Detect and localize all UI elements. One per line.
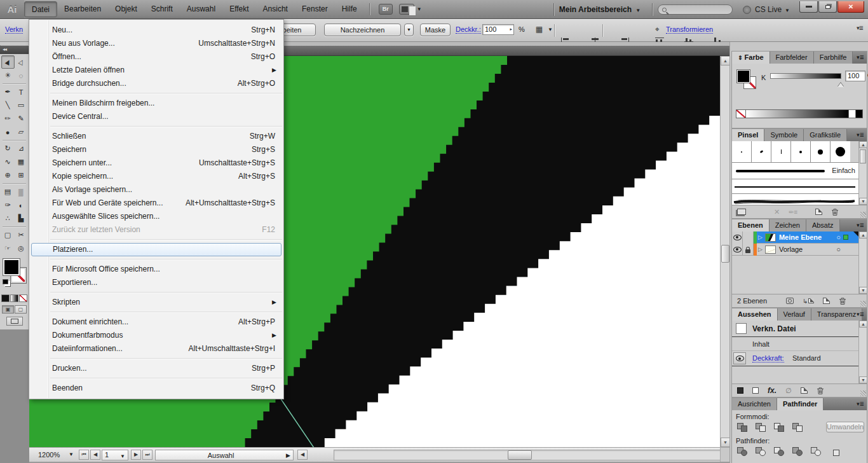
- menu-item-kopie-speichern[interactable]: Kopie speichern...Alt+Strg+S: [31, 170, 281, 183]
- clear-appearance-icon[interactable]: ∅: [785, 387, 792, 395]
- scroll-down-button[interactable]: ▼: [859, 198, 867, 205]
- contents-row[interactable]: Inhalt: [732, 337, 867, 351]
- panel-menu-icon[interactable]: ▾≣: [857, 222, 864, 228]
- blend-tool[interactable]: ◐: [15, 198, 28, 212]
- panel-menu-icon[interactable]: ▾≣: [857, 54, 864, 60]
- new-brush-icon[interactable]: [815, 209, 822, 215]
- layer-row[interactable]: ▷ Vorlage ○: [732, 244, 858, 256]
- k-slider[interactable]: [770, 73, 841, 79]
- minimize-button[interactable]: [799, 1, 818, 13]
- pen-tool[interactable]: ✒: [1, 85, 15, 99]
- tab-verlauf[interactable]: Verlauf: [778, 308, 811, 321]
- menu-item-dokument-einrichten[interactable]: Dokument einrichten...Alt+Strg+P: [31, 315, 281, 329]
- horizontal-scroll-thumb[interactable]: [508, 450, 532, 460]
- opacity-link[interactable]: Deckkraft:: [752, 354, 784, 363]
- opacity-row[interactable]: Deckkraft: Standard: [732, 351, 867, 366]
- next-page-button[interactable]: ▶: [131, 450, 141, 460]
- menu-item-ausgewählte-slices-speichern[interactable]: Ausgewählte Slices speichern...: [31, 210, 281, 223]
- visibility-toggle[interactable]: [732, 244, 743, 256]
- reference-point-icon[interactable]: ▦: [534, 25, 545, 34]
- close-button[interactable]: ✕: [837, 1, 864, 13]
- pencil-tool[interactable]: ✎: [15, 112, 28, 125]
- menu-item-neu[interactable]: Neu...Strg+N: [31, 24, 281, 37]
- opacity-link[interactable]: Deckkr.:: [456, 25, 481, 34]
- direct-selection-tool[interactable]: ▷: [15, 55, 28, 69]
- tab-ebenen[interactable]: Ebenen: [732, 219, 770, 232]
- panel-menu-icon[interactable]: ▾≣: [857, 401, 864, 407]
- layer-name[interactable]: Meine Ebene: [779, 233, 822, 241]
- brushes-scrollbar[interactable]: ▲ ▼: [858, 141, 867, 205]
- chevron-down-icon[interactable]: ▼: [635, 8, 641, 13]
- appearance-scrollbar[interactable]: ▲ ▼: [858, 321, 867, 384]
- chevron-down-icon[interactable]: ▼: [120, 453, 125, 459]
- draw-behind-button[interactable]: ▢: [15, 305, 27, 314]
- scroll-left-button[interactable]: ◀: [297, 450, 308, 460]
- layer-row-selected[interactable]: ▷ Meine Ebene ○: [732, 232, 858, 244]
- remove-brush-stroke-icon[interactable]: ✕: [774, 208, 780, 216]
- expand-button[interactable]: Umwandeln: [826, 422, 864, 432]
- tab-absatz[interactable]: Absatz: [806, 219, 840, 232]
- menu-item-drucken[interactable]: Drucken...Strg+P: [31, 362, 281, 375]
- panel-menu-icon[interactable]: ▾≣: [857, 132, 864, 138]
- stroke-options-icon[interactable]: ✏≡: [789, 209, 797, 216]
- resize-grip[interactable]: [860, 212, 866, 218]
- menu-item-für-web-und-geräte-speichern[interactable]: Für Web und Geräte speichern...Alt+Umsch…: [31, 197, 281, 210]
- arrange-documents-button[interactable]: [399, 4, 414, 15]
- tab-farbhilfe[interactable]: Farbhilfe: [814, 52, 853, 64]
- vertical-scrollbar[interactable]: ▲ ▼: [720, 56, 729, 447]
- first-page-button[interactable]: ⏮: [79, 450, 89, 460]
- lock-toggle[interactable]: [743, 232, 754, 244]
- artboard-tool[interactable]: ▢: [1, 228, 15, 242]
- resize-grip[interactable]: [860, 301, 866, 307]
- rectangle-tool[interactable]: ▭: [15, 99, 28, 112]
- menu-item-meinen-bildschirm-freigeben[interactable]: Meinen Bildschirm freigeben...: [31, 97, 281, 110]
- chevron-down-icon[interactable]: ▼: [417, 6, 422, 18]
- tab-aussehen[interactable]: Aussehen: [732, 308, 778, 321]
- minus-back-button[interactable]: [829, 447, 840, 456]
- bridge-button[interactable]: Br: [379, 4, 393, 15]
- blob-brush-tool[interactable]: ●: [1, 125, 15, 139]
- menubar-item-bearbeiten[interactable]: Bearbeiten: [57, 0, 108, 18]
- divide-button[interactable]: [737, 447, 748, 456]
- shape-builder-tool[interactable]: ⊕: [1, 169, 15, 182]
- hand-tool[interactable]: ☞: [1, 242, 15, 255]
- grayscale-ramp[interactable]: [746, 109, 849, 118]
- cslive-menu[interactable]: CS Live: [755, 5, 782, 14]
- page-number-box[interactable]: 1 ▼: [102, 450, 128, 460]
- menu-item-skripten[interactable]: Skripten▶: [31, 296, 281, 309]
- lock-toggle[interactable]: [743, 244, 754, 256]
- menu-item-speichern[interactable]: SpeichernStrg+S: [31, 143, 281, 156]
- layer-name[interactable]: Vorlage: [779, 245, 803, 253]
- brush-libraries-icon[interactable]: [737, 209, 746, 215]
- last-page-button[interactable]: ⏭: [142, 450, 153, 460]
- menubar-item-datei[interactable]: Datei: [24, 1, 57, 17]
- paintbrush-tool[interactable]: ✏: [1, 112, 15, 125]
- tab-grafikstile[interactable]: Grafikstile: [804, 129, 847, 141]
- zoom-level[interactable]: 1200%: [38, 451, 60, 459]
- white-swatch[interactable]: [849, 109, 856, 118]
- mask-button[interactable]: Maske: [420, 24, 451, 36]
- layers-scrollbar[interactable]: ▲ ▼: [858, 232, 867, 294]
- none-swatch[interactable]: [736, 109, 746, 118]
- tab-zeichen[interactable]: Zeichen: [770, 219, 806, 232]
- disclosure-triangle[interactable]: ▷: [758, 246, 763, 252]
- rotate-tool[interactable]: ↻: [1, 142, 15, 155]
- gradient-button[interactable]: [10, 294, 18, 302]
- new-sublayer-icon[interactable]: ↳: [803, 298, 813, 305]
- crop-button[interactable]: [792, 447, 803, 456]
- live-trace-button[interactable]: Nachzeichnen: [324, 24, 401, 36]
- free-transform-tool[interactable]: ▦: [15, 155, 28, 169]
- fill-swatch[interactable]: [3, 259, 20, 275]
- menu-item-beenden[interactable]: BeendenStrg+Q: [31, 382, 281, 395]
- gradient-tool[interactable]: ▒: [15, 185, 28, 198]
- slice-tool[interactable]: ✂: [15, 228, 28, 242]
- delete-brush-icon[interactable]: [831, 208, 839, 216]
- scroll-up-button[interactable]: ▲: [859, 141, 867, 148]
- transform-link[interactable]: Transformieren: [666, 25, 713, 34]
- visibility-toggle[interactable]: [733, 352, 746, 364]
- scroll-up-button[interactable]: ▲: [721, 56, 730, 66]
- menu-item-letzte-dateien-öffnen[interactable]: Letzte Dateien öffnen▶: [31, 64, 281, 77]
- menu-item-bridge-durchsuchen[interactable]: Bridge durchsuchen...Alt+Strg+O: [31, 77, 281, 90]
- k-value-input[interactable]: 100: [845, 71, 865, 81]
- vertical-scroll-thumb[interactable]: [721, 245, 729, 263]
